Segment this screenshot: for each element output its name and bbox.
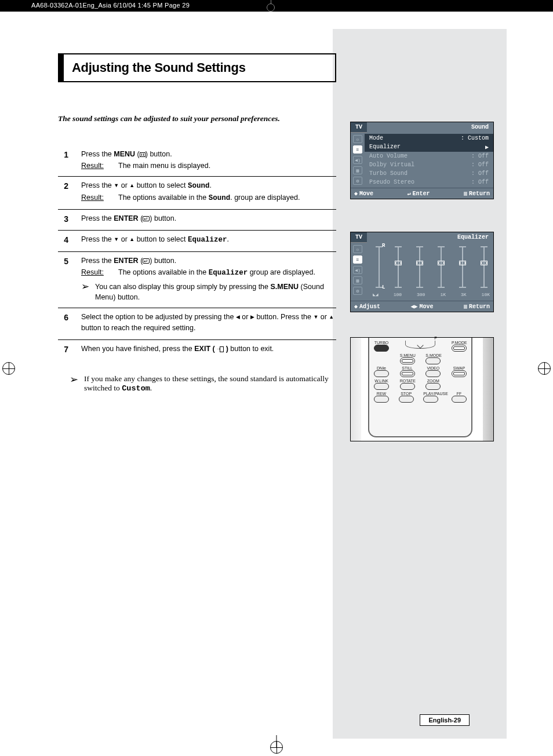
eq-freq: 300 — [417, 292, 425, 297]
osd-footer: ◆ Move ↵ Enter ▥ Return — [351, 188, 493, 199]
step-number: 6 — [58, 312, 68, 334]
eq-freq: 3K — [461, 292, 467, 297]
rew-button — [374, 396, 389, 403]
osd-row: Dolby Virtual: Off — [365, 160, 493, 169]
osd-row: Auto Volume: Off — [365, 152, 493, 160]
eq-freq-labels: ◣◢ 100 300 1K 3K 10K — [388, 292, 490, 297]
remote-label: W.LINK — [374, 379, 389, 383]
eq-band — [435, 246, 447, 288]
footnote: ➢ If you make any changes to these setti… — [58, 374, 336, 393]
osd-title: Sound — [367, 122, 493, 133]
menu-icon — [140, 152, 145, 157]
osd-category-icons: ☼ ≡ ◀) ▦ ⚙ — [351, 243, 365, 301]
step-text: Press the MENU () button. — [81, 149, 336, 159]
intro-text: The sound settings can be adjusted to su… — [58, 114, 336, 123]
osd-row-value: : Off — [471, 162, 489, 168]
remote-label: P.MODE — [452, 341, 467, 345]
remote-label: ZOOM — [425, 379, 441, 383]
balance-slider — [373, 246, 385, 288]
left-arrow-icon: ◀ — [236, 313, 240, 321]
step-result: Result:The main menu is displayed. — [81, 160, 336, 171]
enter-icon — [143, 216, 150, 221]
osd-row-value: : Off — [471, 170, 489, 177]
balance-label-r: R — [382, 243, 385, 249]
step-result: Result:The options available in the Equa… — [81, 267, 336, 278]
step: 6 Select the option to be adjusted by pr… — [58, 308, 336, 339]
step: 7 When you have finished, press the EXIT… — [58, 340, 336, 360]
step: 3 Press the ENTER () button. — [58, 210, 336, 231]
main-content: Adjusting the Sound Settings The sound s… — [58, 53, 336, 393]
osd-equalizer: TV Equalizer ☼ ≡ ◀) ▦ ⚙ R L — [350, 232, 494, 312]
osd-hint-move: ◆ Move — [354, 190, 373, 197]
remote-label: STILL — [400, 366, 415, 370]
equalizer-area: R L ◣◢ 100 300 1K 3K — [365, 243, 493, 301]
step-number: 4 — [58, 234, 68, 246]
enter-icon — [143, 258, 150, 264]
eq-band — [392, 246, 404, 288]
step-text: Select the option to be adjusted by pres… — [81, 312, 336, 333]
picture-cat-icon: ☼ — [353, 135, 362, 143]
zoom-button — [425, 383, 441, 390]
note-arrow-icon: ➢ — [81, 282, 89, 291]
print-header-mark-icon — [267, 3, 275, 12]
step-number: 2 — [58, 180, 68, 203]
step: 4 Press the ▼ or ▲ button to select Equa… — [58, 231, 336, 252]
eq-freq: 10K — [482, 292, 490, 297]
step-text: Press the ENTER () button. — [81, 255, 336, 266]
rotate-button — [400, 383, 415, 390]
osd-row: Equalizer▶ — [365, 143, 493, 152]
osd-row-label: Pseudo Stereo — [369, 179, 414, 185]
page-number: English-29 — [420, 714, 470, 726]
osd-row-value: : Off — [471, 153, 489, 159]
print-header-text: AA68-03362A-01Eng_Asia 6/10/04 1:45 PM P… — [31, 2, 190, 9]
osd-row-label: Auto Volume — [369, 153, 408, 159]
swap-button — [452, 370, 467, 377]
step-text: Press the ▼ or ▲ button to select Sound. — [81, 180, 336, 191]
osd-row-value: ▶ — [485, 144, 489, 151]
osd-hint-return: ▥ Return — [464, 303, 490, 310]
osd-tab: TV — [351, 232, 367, 243]
osd-row: Pseudo Stereo: Off — [365, 178, 493, 187]
up-arrow-icon: ▲ — [329, 313, 334, 321]
eq-band — [414, 246, 425, 288]
balance-label-l: L — [382, 284, 385, 290]
channel-cat-icon: ▦ — [353, 276, 362, 284]
down-arrow-icon: ▼ — [114, 182, 119, 189]
eq-sliders — [392, 246, 490, 288]
osd-row: Mode: Custom — [365, 134, 493, 143]
eq-band — [457, 246, 468, 288]
remote-illustration: TURBO P P.MODE S.MENU S.MODE DNIe STILL … — [350, 337, 494, 441]
osd-rows: Mode: Custom Equalizer▶ Auto Volume: Off… — [365, 133, 493, 188]
osd-hint-return: ▥ Return — [464, 190, 490, 197]
eq-band — [478, 246, 490, 288]
wlink-button — [374, 383, 389, 390]
up-arrow-icon: ▲ — [129, 182, 134, 189]
note-arrow-icon: ➢ — [70, 374, 78, 385]
step-number: 5 — [58, 255, 68, 303]
step: 2 Press the ▼ or ▲ button to select Soun… — [58, 177, 336, 209]
turbo-button — [374, 345, 389, 352]
eq-freq: 1K — [440, 292, 446, 297]
video-button — [425, 370, 441, 377]
osd-row-label: Equalizer — [369, 144, 401, 151]
osd-row-label: Mode — [369, 135, 383, 141]
osd-row-value: : Custom — [461, 135, 489, 141]
down-arrow-icon: ▼ — [114, 236, 119, 243]
remote-label: VIDEO — [425, 366, 441, 370]
osd-hint-enter: ↵ Enter — [407, 190, 430, 197]
still-button — [400, 370, 415, 377]
step-text: Press the ENTER () button. — [81, 213, 336, 224]
page-title: Adjusting the Sound Settings — [72, 60, 326, 75]
sound-cat-icon: ≡ — [353, 145, 362, 154]
steps-list: 1 Press the MENU () button. Result:The m… — [58, 145, 336, 360]
remote-label: TURBO — [374, 341, 389, 345]
remote-label: S.MODE — [425, 353, 441, 357]
osd-tab: TV — [351, 122, 367, 133]
step-text: Press the ▼ or ▲ button to select Equali… — [81, 234, 336, 245]
remote-label: ROTATE — [400, 379, 415, 383]
remote-label: REW — [374, 392, 389, 396]
up-arrow-icon: ▲ — [129, 236, 134, 243]
osd-row-label: Dolby Virtual — [369, 162, 414, 168]
step-note: ➢You can also display this group simply … — [81, 282, 336, 302]
step-text: When you have finished, press the EXIT (… — [81, 344, 336, 354]
